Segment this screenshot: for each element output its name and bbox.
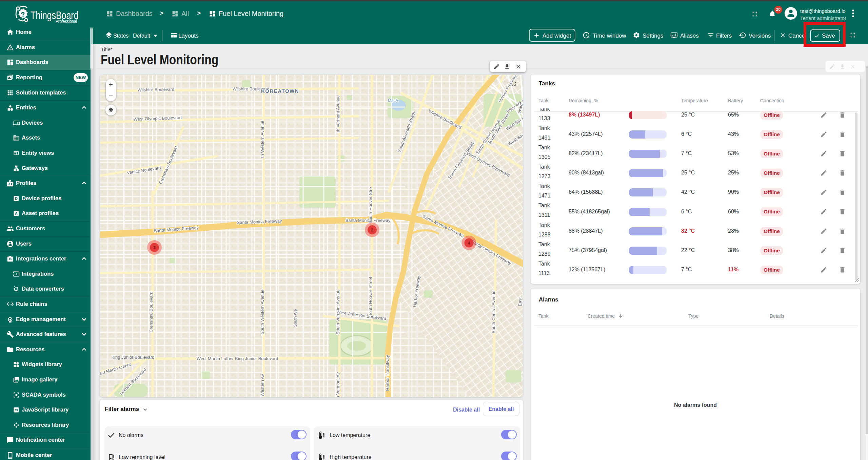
svg-text:King Junior Boulevard: King Junior Boulevard <box>111 355 154 360</box>
svg-text:Harbor Transitway: Harbor Transitway <box>385 355 390 391</box>
svg-text:South We: South We <box>293 309 298 327</box>
svg-text:A: A <box>15 211 18 215</box>
svg-text:MacA: MacA <box>388 98 398 103</box>
svg-text:th Vermont Avenue: th Vermont Avenue <box>335 95 340 132</box>
svg-text:South Western Avenue: South Western Avenue <box>260 290 265 335</box>
svg-text:South Vermont Av: South Vermont Av <box>335 372 340 397</box>
svg-text:JS: JS <box>15 409 18 412</box>
svg-text:Santa Monica Freeway: Santa Monica Freeway <box>346 218 391 223</box>
svg-text:D: D <box>15 196 18 201</box>
svg-text:East: East <box>517 297 522 306</box>
svg-text:2: 2 <box>371 228 373 232</box>
svg-text:4: 4 <box>468 241 470 246</box>
svg-text:South Central Avenue: South Central Avenue <box>491 291 496 333</box>
svg-text:Crenshaw Boulevard: Crenshaw Boulevard <box>149 292 154 333</box>
svg-text:th Western Avenue: th Western Avenue <box>260 121 265 158</box>
svg-text:Wilshire Boulevard: Wilshire Boulevard <box>138 87 175 92</box>
svg-text:West Martin Luther King Junior: West Martin Luther King Junior Boulevard <box>197 356 278 361</box>
svg-text:South Hoover Street: South Hoover Street <box>368 277 373 317</box>
svg-text:3: 3 <box>153 245 156 250</box>
svg-text:South Western Av: South Western Av <box>260 374 265 397</box>
svg-text:KOREATOWN: KOREATOWN <box>261 88 299 94</box>
